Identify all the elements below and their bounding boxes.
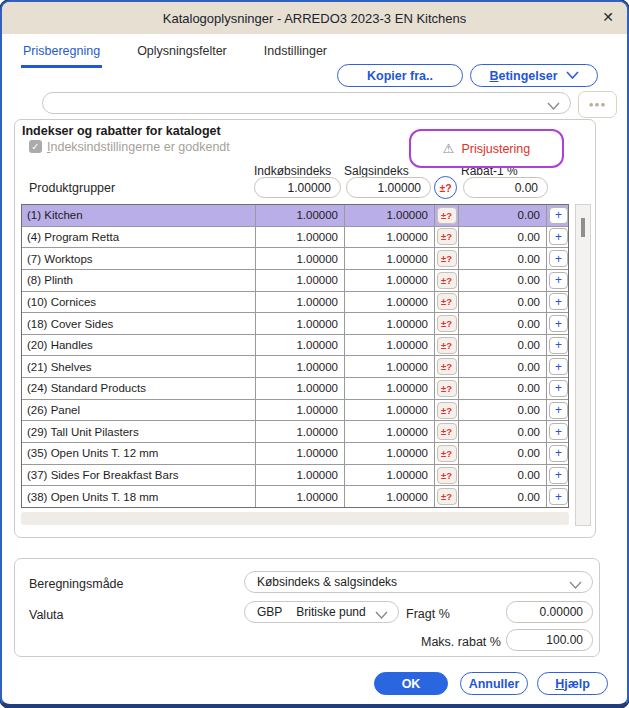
conditions-button[interactable]: Betingelser: [470, 64, 598, 87]
row-rabat[interactable]: 0.00: [459, 270, 547, 291]
row-add-button[interactable]: +: [549, 337, 568, 354]
row-sales-index[interactable]: 1.00000: [345, 421, 435, 442]
close-icon[interactable]: ✕: [602, 9, 614, 25]
row-plus-minus-button[interactable]: ±?: [437, 228, 457, 245]
freight-input[interactable]: 0.00000: [506, 601, 593, 623]
row-add-button[interactable]: +: [549, 207, 568, 224]
group-plus-minus-button[interactable]: ±?: [434, 176, 457, 199]
tab-oplysningsfelter[interactable]: Oplysningsfelter: [135, 44, 229, 68]
group-rabat-input[interactable]: 0.00: [463, 177, 548, 198]
more-options-button[interactable]: ●●●: [578, 91, 617, 118]
currency-select[interactable]: GBP Britiske pund: [244, 601, 399, 623]
row-add-button[interactable]: +: [549, 358, 568, 375]
max-discount-input[interactable]: 100.00: [506, 629, 593, 651]
table-row[interactable]: (35) Open Units T. 12 mm 1.00000 1.00000…: [22, 443, 568, 465]
row-purchase-index[interactable]: 1.00000: [256, 248, 345, 269]
help-button[interactable]: Hjælp: [537, 672, 608, 695]
row-plus-minus-button[interactable]: ±?: [437, 467, 457, 484]
ok-button[interactable]: OK: [374, 672, 448, 695]
row-plus-minus-button[interactable]: ±?: [437, 423, 457, 440]
row-purchase-index[interactable]: 1.00000: [256, 400, 345, 421]
row-sales-index[interactable]: 1.00000: [345, 378, 435, 399]
row-sales-index[interactable]: 1.00000: [345, 248, 435, 269]
row-sales-index[interactable]: 1.00000: [345, 227, 435, 248]
row-purchase-index[interactable]: 1.00000: [256, 335, 345, 356]
row-add-button[interactable]: +: [549, 315, 568, 332]
row-add-button[interactable]: +: [549, 250, 568, 267]
row-plus-minus-button[interactable]: ±?: [437, 315, 457, 332]
row-rabat[interactable]: 0.00: [459, 465, 547, 486]
row-purchase-index[interactable]: 1.00000: [256, 486, 345, 507]
row-rabat[interactable]: 0.00: [459, 248, 547, 269]
tab-prisberegning[interactable]: Prisberegning: [21, 44, 102, 68]
row-sales-index[interactable]: 1.00000: [345, 486, 435, 507]
row-rabat[interactable]: 0.00: [459, 292, 547, 313]
row-plus-minus-button[interactable]: ±?: [437, 337, 457, 354]
row-purchase-index[interactable]: 1.00000: [256, 465, 345, 486]
table-row[interactable]: (10) Cornices 1.00000 1.00000 ±? 0.00 +: [22, 292, 568, 314]
row-rabat[interactable]: 0.00: [459, 486, 547, 507]
approved-checkbox[interactable]: ✓: [29, 140, 42, 153]
row-rabat[interactable]: 0.00: [459, 227, 547, 248]
vertical-scrollbar[interactable]: [575, 204, 591, 526]
row-sales-index[interactable]: 1.00000: [345, 313, 435, 334]
table-row[interactable]: (20) Handles 1.00000 1.00000 ±? 0.00 +: [22, 335, 568, 357]
group-purchase-index-input[interactable]: 1.00000: [254, 177, 341, 198]
table-row[interactable]: (38) Open Units T. 18 mm 1.00000 1.00000…: [22, 486, 568, 507]
row-rabat[interactable]: 0.00: [459, 400, 547, 421]
row-plus-minus-button[interactable]: ±?: [437, 402, 457, 419]
table-row[interactable]: (26) Panel 1.00000 1.00000 ±? 0.00 +: [22, 400, 568, 422]
copy-from-button[interactable]: Kopier fra..: [337, 64, 463, 87]
table-row[interactable]: (7) Worktops 1.00000 1.00000 ±? 0.00 +: [22, 248, 568, 270]
row-add-button[interactable]: +: [549, 423, 568, 440]
tab-indstillinger[interactable]: Indstillinger: [262, 44, 329, 68]
table-row[interactable]: (8) Plinth 1.00000 1.00000 ±? 0.00 +: [22, 270, 568, 292]
row-purchase-index[interactable]: 1.00000: [256, 421, 345, 442]
table-row[interactable]: (24) Standard Products 1.00000 1.00000 ±…: [22, 378, 568, 400]
row-plus-minus-button[interactable]: ±?: [437, 380, 457, 397]
group-sales-index-input[interactable]: 1.00000: [346, 177, 431, 198]
table-row[interactable]: (18) Cover Sides 1.00000 1.00000 ±? 0.00…: [22, 313, 568, 335]
row-add-button[interactable]: +: [549, 293, 568, 310]
cancel-button[interactable]: Annuller: [460, 672, 528, 695]
table-row[interactable]: (29) Tall Unit Pilasters 1.00000 1.00000…: [22, 421, 568, 443]
row-sales-index[interactable]: 1.00000: [345, 400, 435, 421]
table-row[interactable]: (1) Kitchen 1.00000 1.00000 ±? 0.00 +: [22, 205, 568, 227]
row-plus-minus-button[interactable]: ±?: [437, 272, 457, 289]
row-purchase-index[interactable]: 1.00000: [256, 313, 345, 334]
row-sales-index[interactable]: 1.00000: [345, 443, 435, 464]
row-add-button[interactable]: +: [549, 467, 568, 484]
row-add-button[interactable]: +: [549, 402, 568, 419]
row-plus-minus-button[interactable]: ±?: [437, 250, 457, 267]
table-row[interactable]: (21) Shelves 1.00000 1.00000 ±? 0.00 +: [22, 356, 568, 378]
row-sales-index[interactable]: 1.00000: [345, 356, 435, 377]
row-rabat[interactable]: 0.00: [459, 443, 547, 464]
row-add-button[interactable]: +: [549, 445, 568, 462]
row-plus-minus-button[interactable]: ±?: [437, 358, 457, 375]
row-rabat[interactable]: 0.00: [459, 205, 547, 226]
row-rabat[interactable]: 0.00: [459, 335, 547, 356]
row-rabat[interactable]: 0.00: [459, 313, 547, 334]
row-sales-index[interactable]: 1.00000: [345, 205, 435, 226]
row-purchase-index[interactable]: 1.00000: [256, 270, 345, 291]
calculation-method-select[interactable]: Købsindeks & salgsindeks: [244, 571, 593, 593]
row-sales-index[interactable]: 1.00000: [345, 465, 435, 486]
row-add-button[interactable]: +: [549, 228, 568, 245]
row-plus-minus-button[interactable]: ±?: [437, 293, 457, 310]
row-purchase-index[interactable]: 1.00000: [256, 443, 345, 464]
catalog-select[interactable]: [42, 92, 571, 114]
row-purchase-index[interactable]: 1.00000: [256, 227, 345, 248]
table-row[interactable]: (37) Sides For Breakfast Bars 1.00000 1.…: [22, 465, 568, 487]
row-purchase-index[interactable]: 1.00000: [256, 292, 345, 313]
row-purchase-index[interactable]: 1.00000: [256, 356, 345, 377]
horizontal-scrollbar[interactable]: [21, 512, 569, 525]
row-rabat[interactable]: 0.00: [459, 421, 547, 442]
row-purchase-index[interactable]: 1.00000: [256, 378, 345, 399]
row-plus-minus-button[interactable]: ±?: [437, 445, 457, 462]
row-add-button[interactable]: +: [549, 380, 568, 397]
row-plus-minus-button[interactable]: ±?: [437, 488, 457, 505]
row-add-button[interactable]: +: [549, 488, 568, 505]
row-add-button[interactable]: +: [549, 272, 568, 289]
table-row[interactable]: (4) Program Retta 1.00000 1.00000 ±? 0.0…: [22, 227, 568, 249]
row-purchase-index[interactable]: 1.00000: [256, 205, 345, 226]
